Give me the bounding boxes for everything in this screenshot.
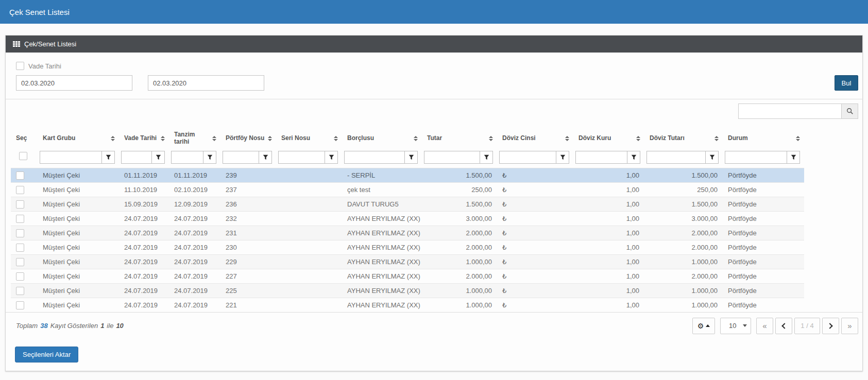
select-all-checkbox[interactable]	[19, 152, 27, 160]
bul-button[interactable]: Bul	[835, 75, 858, 91]
column-header-borclusu[interactable]: Borçlusu	[342, 126, 422, 150]
last-page-button[interactable]: »	[841, 318, 858, 334]
cell-doviz_cinsi: ₺	[497, 254, 573, 269]
filter-input-tanzim_tarihi[interactable]	[171, 151, 203, 164]
column-label-vade_tarihi: Vade Tarihi	[124, 135, 157, 142]
table-row[interactable]: Müşteri Çeki15.09.201912.09.2019236DAVUT…	[11, 197, 804, 211]
row-checkbox[interactable]	[16, 258, 24, 266]
cell-sec	[11, 298, 38, 312]
sort-icon[interactable]	[489, 136, 493, 141]
transfer-selected-button[interactable]: Seçilenleri Aktar	[15, 347, 78, 362]
kayit-label: Kayıt Gösterilen	[50, 322, 98, 330]
table-row[interactable]: Müşteri Çeki24.07.201924.07.2019232AYHAN…	[11, 211, 804, 226]
table-row[interactable]: Müşteri Çeki01.11.201901.11.2019239- SER…	[11, 168, 804, 182]
cell-vade_tarihi: 24.07.2019	[119, 226, 169, 240]
filter-button-doviz_kuru[interactable]	[627, 151, 640, 164]
date-from-input[interactable]	[16, 75, 132, 91]
cell-doviz_kuru: 1,00	[573, 269, 644, 283]
column-label-borclusu: Borçlusu	[347, 135, 374, 142]
cell-sec	[11, 240, 38, 254]
row-checkbox[interactable]	[16, 200, 24, 209]
filter-input-seri_nosu[interactable]	[278, 151, 325, 164]
cell-tutar: 1.000,00	[422, 298, 497, 312]
filter-input-portfoy_nosu[interactable]	[223, 151, 259, 164]
table-row[interactable]: Müşteri Çeki24.07.201924.07.2019225AYHAN…	[11, 283, 804, 298]
range-to: 10	[116, 322, 123, 330]
filter-input-kart_grubu[interactable]	[40, 151, 101, 164]
row-checkbox[interactable]	[16, 215, 24, 223]
ile-label: ile	[107, 322, 113, 330]
filter-input-durum[interactable]	[725, 151, 787, 164]
filter-button-borclusu[interactable]	[404, 151, 418, 164]
cell-kart_grubu: Müşteri Çeki	[38, 298, 119, 312]
prev-page-button[interactable]	[775, 318, 792, 334]
row-checkbox[interactable]	[16, 229, 24, 237]
cell-tanzim_tarihi: 12.09.2019	[169, 197, 220, 211]
row-checkbox[interactable]	[16, 272, 24, 281]
filter-button-durum[interactable]	[787, 151, 800, 164]
table-row[interactable]: Müşteri Çeki24.07.201924.07.2019229AYHAN…	[11, 254, 804, 269]
filter-button-doviz_tutari[interactable]	[705, 151, 719, 164]
column-header-tanzim_tarihi[interactable]: Tanzim tarihi	[169, 126, 220, 150]
column-header-doviz_tutari[interactable]: Döviz Tutarı	[644, 126, 723, 150]
column-header-doviz_cinsi[interactable]: Döviz Cinsi	[497, 126, 573, 150]
filter-input-doviz_tutari[interactable]	[646, 151, 705, 164]
sort-icon[interactable]	[636, 136, 640, 141]
cell-sec	[11, 283, 38, 298]
next-page-button[interactable]	[822, 318, 839, 334]
search-button[interactable]	[841, 103, 858, 119]
vade-tarihi-checkbox[interactable]	[16, 62, 24, 70]
column-header-durum[interactable]: Durum	[723, 126, 804, 150]
first-page-button[interactable]: «	[756, 318, 773, 334]
row-checkbox[interactable]	[16, 186, 24, 194]
row-checkbox[interactable]	[16, 244, 24, 252]
filter-button-tutar[interactable]	[480, 151, 493, 164]
table-row[interactable]: Müşteri Çeki11.10.201902.10.2019237çek t…	[11, 182, 804, 197]
filter-button-seri_nosu[interactable]	[325, 151, 338, 164]
sort-icon[interactable]	[111, 136, 115, 141]
cell-kart_grubu: Müşteri Çeki	[38, 226, 119, 240]
date-to-input[interactable]	[148, 75, 264, 91]
sort-icon[interactable]	[565, 136, 569, 141]
table-row[interactable]: Müşteri Çeki24.07.201924.07.2019227AYHAN…	[11, 269, 804, 283]
filter-button-kart_grubu[interactable]	[101, 151, 115, 164]
filter-button-portfoy_nosu[interactable]	[259, 151, 272, 164]
table-row[interactable]: Müşteri Çeki24.07.201924.07.2019231AYHAN…	[11, 226, 804, 240]
column-header-portfoy_nosu[interactable]: Pörtföy Nosu	[220, 126, 276, 150]
cell-seri_nosu	[276, 226, 342, 240]
sort-icon[interactable]	[414, 136, 418, 141]
filter-input-tutar[interactable]	[424, 151, 480, 164]
filter-button-tanzim_tarihi[interactable]	[203, 151, 216, 164]
sort-icon[interactable]	[796, 136, 800, 141]
filter-input-borclusu[interactable]	[344, 151, 404, 164]
row-checkbox[interactable]	[16, 171, 24, 180]
sort-icon[interactable]	[268, 136, 272, 141]
cell-tutar: 1.500,00	[422, 168, 497, 182]
filter-button-vade_tarihi[interactable]	[151, 151, 165, 164]
sort-icon[interactable]	[714, 136, 719, 141]
search-input[interactable]	[738, 103, 841, 119]
column-header-kart_grubu[interactable]: Kart Grubu	[38, 126, 119, 150]
cell-doviz_kuru: 1,00	[573, 197, 644, 211]
sort-icon[interactable]	[212, 136, 216, 141]
filter-input-doviz_cinsi[interactable]	[499, 151, 556, 164]
row-checkbox[interactable]	[16, 301, 24, 309]
grid-settings-button[interactable]: ⚙	[692, 318, 715, 334]
sort-icon[interactable]	[161, 136, 165, 141]
column-header-seri_nosu[interactable]: Seri Nosu	[276, 126, 342, 150]
row-checkbox[interactable]	[16, 287, 24, 295]
column-header-doviz_kuru[interactable]: Döviz Kuru	[573, 126, 644, 150]
column-header-tutar[interactable]: Tutar	[422, 126, 497, 150]
filter-button-doviz_cinsi[interactable]	[556, 151, 569, 164]
column-header-vade_tarihi[interactable]: Vade Tarihi	[119, 126, 169, 150]
filter-input-vade_tarihi[interactable]	[121, 151, 151, 164]
cell-doviz_cinsi: ₺	[497, 226, 573, 240]
top-navbar: Çek Senet Listesi	[0, 0, 868, 24]
filter-input-doviz_kuru[interactable]	[575, 151, 627, 164]
action-row: Seçilenleri Aktar	[6, 339, 862, 371]
table-row[interactable]: Müşteri Çeki24.07.201924.07.2019230AYHAN…	[11, 240, 804, 254]
page-size-select[interactable]: 10	[720, 318, 751, 334]
table-row[interactable]: Müşteri Çeki24.07.201924.07.2019221AYHAN…	[11, 298, 804, 312]
sort-icon[interactable]	[334, 136, 338, 141]
cell-tanzim_tarihi: 24.07.2019	[169, 240, 220, 254]
